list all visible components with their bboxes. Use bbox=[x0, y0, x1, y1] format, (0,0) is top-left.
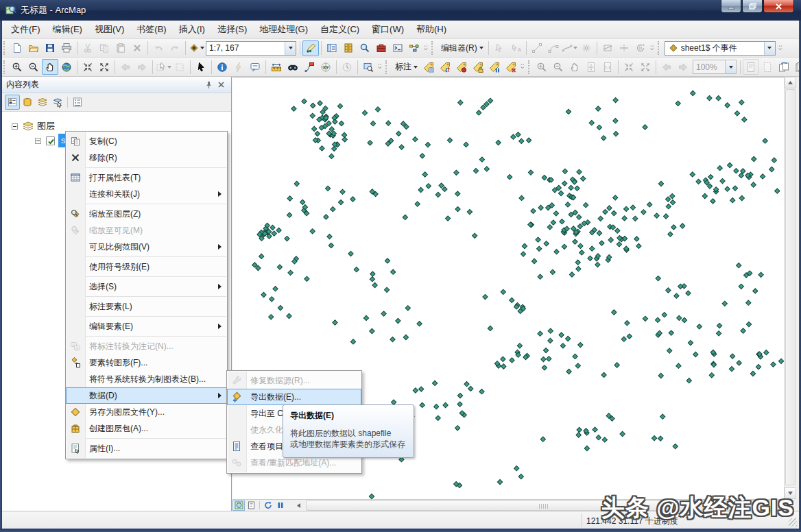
toc-options-button[interactable] bbox=[70, 95, 85, 110]
view-unplaced-labels-button[interactable] bbox=[503, 59, 519, 75]
label-weight-button[interactable] bbox=[453, 59, 470, 75]
toolbar-overflow-icon[interactable] bbox=[376, 60, 384, 75]
change-layout-button[interactable] bbox=[776, 59, 792, 75]
menu-item-selection[interactable]: 选择(S) bbox=[66, 278, 227, 295]
find-route-tool[interactable] bbox=[301, 59, 318, 75]
pan-tool[interactable] bbox=[42, 59, 58, 75]
close-icon[interactable] bbox=[215, 79, 227, 91]
pin-icon[interactable] bbox=[202, 79, 215, 91]
lock-labels-button[interactable] bbox=[470, 59, 486, 75]
vertical-scrollbar[interactable] bbox=[784, 77, 796, 499]
vertical-scroll-thumb[interactable] bbox=[785, 89, 796, 485]
title-bar[interactable]: 无标题 - ArcMap bbox=[0, 0, 801, 21]
menubar-item-7[interactable]: 自定义(C) bbox=[314, 21, 366, 38]
menu-item-use-symbol-levels[interactable]: 使用符号级别(E) bbox=[66, 258, 227, 275]
html-popup-tool[interactable] bbox=[247, 59, 263, 75]
find-tool[interactable] bbox=[285, 59, 301, 75]
fixed-zoom-out-button[interactable] bbox=[96, 59, 112, 75]
toolbar-grip[interactable] bbox=[3, 60, 7, 74]
collapse-icon[interactable] bbox=[12, 123, 18, 130]
table-of-contents-button[interactable] bbox=[324, 40, 340, 56]
modelbuilder-button[interactable] bbox=[406, 40, 422, 56]
menu-item-copy[interactable]: 复制(C) bbox=[66, 133, 227, 149]
menubar-item-2[interactable]: 视图(V) bbox=[88, 21, 130, 38]
save-button[interactable] bbox=[42, 40, 58, 56]
menu-item-save-as-layer-file[interactable]: 另存为图层文件(Y)... bbox=[66, 404, 227, 420]
scroll-up-icon[interactable] bbox=[785, 77, 796, 88]
menubar-item-8[interactable]: 窗口(W) bbox=[366, 21, 410, 38]
fixed-zoom-in-button[interactable] bbox=[80, 59, 96, 75]
new-map-button[interactable] bbox=[9, 40, 25, 56]
menubar-item-9[interactable]: 帮助(H) bbox=[410, 21, 453, 38]
label-priority-button[interactable] bbox=[437, 59, 453, 75]
menu-item-create-layer-package[interactable]: 创建图层包(A)... bbox=[66, 420, 227, 437]
menu-item-open-attribute-table[interactable]: 打开属性表(T) bbox=[66, 169, 227, 186]
pause-drawing-button[interactable] bbox=[274, 500, 287, 511]
scroll-left-icon[interactable] bbox=[292, 500, 304, 511]
go-to-xy-tool[interactable]: XY bbox=[318, 59, 334, 75]
catalog-window-button[interactable] bbox=[340, 40, 357, 56]
add-data-button[interactable] bbox=[188, 40, 204, 56]
labeling-menu-button[interactable]: 标注 bbox=[391, 59, 420, 75]
scale-combo-dropdown-icon[interactable] bbox=[285, 42, 296, 55]
toolbar-overflow-icon[interactable] bbox=[777, 40, 785, 56]
menu-item-properties[interactable]: 属性(I)... bbox=[66, 440, 227, 457]
list-by-source-button[interactable] bbox=[20, 95, 35, 110]
submenu-item-export-data[interactable]: 导出数据(E)... bbox=[227, 389, 361, 405]
menubar-item-3[interactable]: 书签(B) bbox=[130, 21, 172, 38]
zoom-in-tool[interactable] bbox=[9, 59, 25, 75]
menu-item-label-features[interactable]: 标注要素(L) bbox=[66, 298, 227, 315]
menubar-item-1[interactable]: 编辑(E) bbox=[47, 21, 88, 38]
menu-item-visible-scale-range[interactable]: 可见比例范围(V) bbox=[66, 239, 227, 255]
menu-item-zoom-to-layer[interactable]: 缩放至图层(Z) bbox=[66, 206, 227, 222]
pause-labeling-button[interactable] bbox=[486, 59, 503, 75]
editor-menu-button[interactable]: 编辑器(R) bbox=[437, 40, 486, 56]
python-window-button[interactable] bbox=[390, 40, 406, 56]
toolbar-overflow-icon[interactable] bbox=[422, 40, 430, 56]
measure-tool[interactable] bbox=[268, 59, 285, 75]
create-viewer-window-tool[interactable] bbox=[360, 59, 376, 75]
layout-zoom-combo[interactable]: 100% bbox=[693, 60, 737, 74]
data-view-button[interactable] bbox=[232, 500, 245, 511]
identify-tool[interactable] bbox=[214, 59, 230, 75]
restore-button[interactable] bbox=[742, 0, 763, 13]
tree-node-layers[interactable]: 图层 bbox=[12, 120, 55, 132]
label-manager-button[interactable] bbox=[420, 59, 437, 75]
minimize-button[interactable] bbox=[721, 0, 741, 13]
menu-item-edit-features[interactable]: 编辑要素(E) bbox=[66, 318, 227, 335]
create-features-combo[interactable]: sheet1$ 个事件 bbox=[665, 41, 776, 56]
arctoolbox-button[interactable] bbox=[373, 40, 390, 56]
layer-visibility-checkbox[interactable] bbox=[46, 136, 55, 145]
print-button[interactable] bbox=[58, 40, 75, 56]
menubar-item-4[interactable]: 插入(I) bbox=[173, 21, 211, 38]
open-button[interactable] bbox=[25, 40, 42, 56]
menu-item-features-to-graphics[interactable]: 要素转图形(F)... bbox=[66, 354, 227, 371]
list-by-drawing-order-button[interactable] bbox=[5, 95, 20, 110]
full-extent-button[interactable] bbox=[58, 59, 75, 75]
create-features-combo-dropdown-icon[interactable] bbox=[764, 42, 775, 55]
menubar-item-6[interactable]: 地理处理(G) bbox=[253, 21, 314, 38]
toolbar-grip[interactable] bbox=[658, 41, 661, 55]
zoom-out-tool[interactable] bbox=[25, 59, 42, 75]
toolbar-overflow-icon[interactable] bbox=[649, 40, 656, 56]
search-window-button[interactable] bbox=[357, 40, 373, 56]
scale-combo[interactable]: 1:7, 167 bbox=[206, 41, 296, 56]
close-button[interactable] bbox=[763, 0, 794, 13]
refresh-view-button[interactable] bbox=[262, 500, 274, 511]
list-by-visibility-button[interactable] bbox=[35, 95, 50, 110]
menu-item-data[interactable]: 数据(D) bbox=[66, 387, 227, 404]
toolbar-grip[interactable] bbox=[3, 41, 7, 55]
menu-item-convert-symbology[interactable]: 将符号系统转换为制图表达(B)... bbox=[66, 371, 227, 387]
menubar-item-5[interactable]: 选择(S) bbox=[211, 21, 253, 38]
toolbar-grip[interactable] bbox=[385, 60, 389, 74]
toolbar-grip[interactable] bbox=[431, 41, 435, 55]
select-elements-tool[interactable] bbox=[193, 59, 209, 75]
menu-item-remove[interactable]: 移除(R) bbox=[66, 149, 227, 166]
list-by-selection-button[interactable] bbox=[50, 95, 65, 110]
toolbar-grip[interactable] bbox=[528, 60, 531, 74]
toolbar-overflow-icon[interactable] bbox=[519, 60, 527, 75]
collapse-icon[interactable] bbox=[35, 138, 41, 144]
layout-zoom-combo-dropdown-icon[interactable] bbox=[725, 60, 736, 73]
editor-sketch-button[interactable] bbox=[302, 40, 319, 56]
menubar-item-0[interactable]: 文件(F) bbox=[5, 21, 47, 38]
